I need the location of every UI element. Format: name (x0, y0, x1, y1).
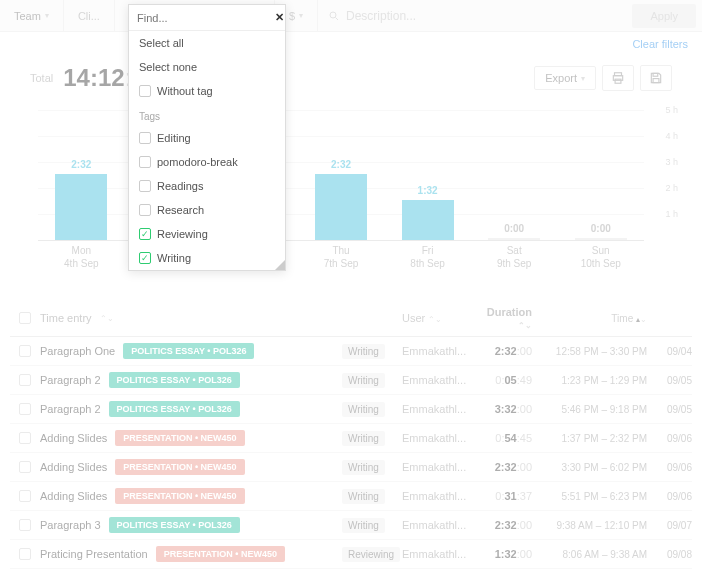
entry-title: Paragraph 2 (40, 403, 101, 415)
checkbox-icon (139, 204, 151, 216)
row-checkbox[interactable] (19, 432, 31, 444)
user-cell: Emmakathl... (402, 490, 472, 502)
bar: 0:00 (557, 110, 644, 240)
save-button[interactable] (640, 65, 672, 91)
select-all-checkbox[interactable] (19, 312, 31, 324)
table-row[interactable]: Paragraph OnePOLITICS ESSAY • POL326Writ… (10, 337, 692, 366)
table-row[interactable]: Praticing PresentationPRESENTATION • NEW… (10, 540, 692, 569)
table-row[interactable]: Paragraph 3POLITICS ESSAY • POL326Writin… (10, 511, 692, 540)
user-cell: Emmakathl... (402, 548, 472, 560)
export-button[interactable]: Export▾ (534, 66, 596, 90)
filter-team[interactable]: Team▾ (0, 0, 64, 31)
user-cell: Emmakathl... (402, 461, 472, 473)
category-pill: Reviewing (342, 547, 400, 562)
chevron-down-icon: ▾ (581, 74, 585, 83)
duration-cell: 0:05:49 (472, 374, 532, 386)
bar: 2:32 (298, 110, 385, 240)
select-all[interactable]: Select all (129, 31, 285, 55)
date-cell: 09/04 (647, 346, 692, 357)
x-label: Sun10th Sep (557, 244, 644, 270)
user-cell: Emmakathl... (402, 374, 472, 386)
entry-title: Adding Slides (40, 461, 107, 473)
tag-option[interactable]: Readings (129, 174, 285, 198)
table-row[interactable]: Paragraph 2POLITICS ESSAY • POL326Writin… (10, 366, 692, 395)
duration-cell: 1:32:00 (472, 548, 532, 560)
apply-button[interactable]: Apply (632, 4, 696, 28)
bar: 2:32 (38, 110, 125, 240)
time-cell: 1:37 PM – 2:32 PM (532, 433, 647, 444)
table-row[interactable]: Adding SlidesPRESENTATION • NEW450Writin… (10, 482, 692, 511)
filter-bar: Team▾ Cli... $▾ Description... Apply (0, 0, 702, 32)
table-row[interactable]: Adding SlidesPRESENTATION • NEW450Writin… (10, 424, 692, 453)
table-row[interactable]: Paragraph 2POLITICS ESSAY • POL326Writin… (10, 395, 692, 424)
tag-option[interactable]: ✓Reviewing (129, 222, 285, 246)
svg-line-1 (336, 17, 339, 20)
date-cell: 09/05 (647, 375, 692, 386)
duration-cell: 0:31:37 (472, 490, 532, 502)
tag-option[interactable]: Research (129, 198, 285, 222)
duration-cell: 3:32:00 (472, 403, 532, 415)
tag-option[interactable]: Editing (129, 126, 285, 150)
time-cell: 5:46 PM – 9:18 PM (532, 404, 647, 415)
bar-chart: 1 h2 h3 h4 h5 h 2:322:321:320:000:00 Mon… (18, 100, 684, 270)
total-label: Total (30, 72, 53, 84)
x-label: Fri8th Sep (384, 244, 471, 270)
svg-point-0 (330, 12, 336, 18)
row-checkbox[interactable] (19, 374, 31, 386)
project-tag: PRESENTATION • NEW450 (115, 459, 244, 475)
category-pill: Writing (342, 344, 385, 359)
row-checkbox[interactable] (19, 461, 31, 473)
tags-dropdown: ✕ Select all Select none Without tag Tag… (128, 4, 286, 271)
date-cell: 09/06 (647, 462, 692, 473)
project-tag: POLITICS ESSAY • POL326 (109, 517, 240, 533)
checkbox-icon: ✓ (139, 228, 151, 240)
project-tag: PRESENTATION • NEW450 (115, 430, 244, 446)
entry-title: Paragraph 3 (40, 519, 101, 531)
entry-title: Adding Slides (40, 490, 107, 502)
filter-description[interactable]: Description... (318, 9, 632, 23)
bar: 0:00 (471, 110, 558, 240)
tag-option[interactable]: ✓Writing (129, 246, 285, 270)
chevron-down-icon: ▾ (299, 11, 303, 20)
svg-rect-5 (653, 73, 658, 76)
bar: 1:32 (384, 110, 471, 240)
filter-client[interactable]: Cli... (64, 0, 115, 31)
clear-filters-link[interactable]: Clear filters (0, 32, 702, 56)
select-none[interactable]: Select none (129, 55, 285, 79)
row-checkbox[interactable] (19, 548, 31, 560)
time-cell: 1:23 PM – 1:29 PM (532, 375, 647, 386)
category-pill: Writing (342, 402, 385, 417)
entries-table: Time entry ⌃⌄ User ⌃⌄ Duration ⌃⌄ Time ▴… (10, 300, 692, 569)
date-cell: 09/08 (647, 549, 692, 560)
row-checkbox[interactable] (19, 519, 31, 531)
row-checkbox[interactable] (19, 490, 31, 502)
entry-title: Paragraph One (40, 345, 115, 357)
project-tag: POLITICS ESSAY • POL326 (109, 372, 240, 388)
tag-option[interactable]: pomodoro-break (129, 150, 285, 174)
without-tag[interactable]: Without tag (129, 79, 285, 103)
time-cell: 9:38 AM – 12:10 PM (532, 520, 647, 531)
category-pill: Writing (342, 460, 385, 475)
duration-cell: 2:32:00 (472, 345, 532, 357)
user-cell: Emmakathl... (402, 519, 472, 531)
user-cell: Emmakathl... (402, 432, 472, 444)
close-icon[interactable]: ✕ (275, 11, 284, 24)
header-user[interactable]: User ⌃⌄ (402, 312, 472, 324)
entry-title: Adding Slides (40, 432, 107, 444)
header-duration[interactable]: Duration ⌃⌄ (472, 306, 532, 330)
header-time[interactable]: Time ▴⌄ (532, 313, 647, 324)
svg-rect-6 (653, 79, 659, 83)
tags-search-input[interactable] (137, 12, 275, 24)
project-tag: POLITICS ESSAY • POL326 (123, 343, 254, 359)
x-label: Thu7th Sep (298, 244, 385, 270)
row-checkbox[interactable] (19, 403, 31, 415)
table-row[interactable]: Adding SlidesPRESENTATION • NEW450Writin… (10, 453, 692, 482)
header-entry[interactable]: Time entry ⌃⌄ (40, 312, 342, 324)
tags-section-header: Tags (129, 103, 285, 126)
print-button[interactable] (602, 65, 634, 91)
resize-handle-icon[interactable] (275, 260, 285, 270)
checkbox-icon (139, 132, 151, 144)
checkbox-icon (139, 180, 151, 192)
row-checkbox[interactable] (19, 345, 31, 357)
category-pill: Writing (342, 518, 385, 533)
